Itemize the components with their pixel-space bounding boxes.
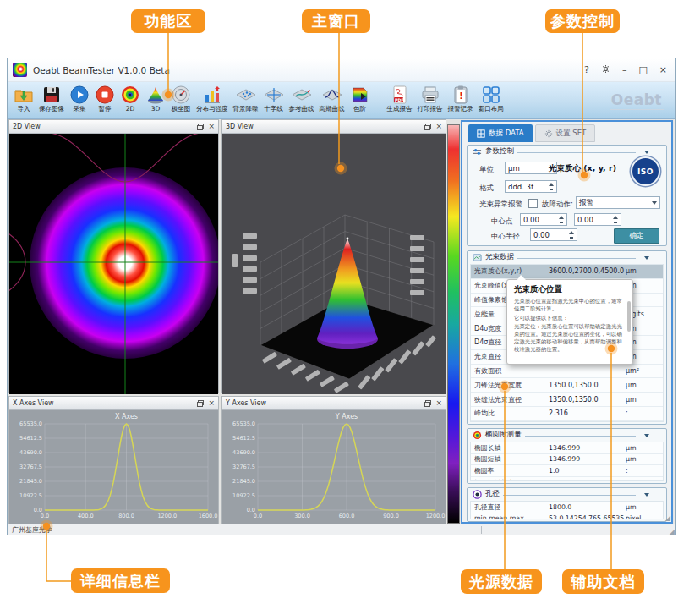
toolbar-button-view-2d[interactable]: 2D xyxy=(118,84,143,113)
toolbar-button-label: 参考曲线 xyxy=(289,105,314,113)
panel-x-axes-header: X Axes View × xyxy=(9,397,218,410)
toolbar-button-pause[interactable]: 暂停 xyxy=(92,84,118,114)
tooltip-pointer xyxy=(517,275,527,281)
data-row[interactable]: 有效面积μm² xyxy=(471,365,663,379)
center-x-spinner[interactable]: 0.00 xyxy=(520,213,567,226)
minimize-button[interactable]: – xyxy=(622,65,627,74)
toolbar-button-ref-curve[interactable]: 参考曲线 xyxy=(287,84,317,114)
toolbar-button-alarm[interactable]: !报警记录 xyxy=(446,84,476,114)
close-panel-icon[interactable]: × xyxy=(208,123,215,130)
confirm-button[interactable]: 确定 xyxy=(614,228,659,244)
svg-text:!: ! xyxy=(459,91,463,102)
svg-text:10922.5: 10922.5 xyxy=(232,492,255,499)
y-profile-chart[interactable]: Y Axes0.010922.521845.032767.543690.0546… xyxy=(222,410,446,525)
collapse-icon[interactable] xyxy=(644,493,649,497)
close-button[interactable]: × xyxy=(659,65,667,74)
beam-2d-view[interactable] xyxy=(9,134,218,394)
tab-data[interactable]: 数据 DATA xyxy=(468,124,533,142)
fault-action-label: 故障动作: xyxy=(542,200,573,210)
data-row[interactable]: 孔径直径1800.0μm xyxy=(471,502,663,513)
toolbar-button-color-scale[interactable]: 色阶 xyxy=(347,84,373,114)
data-row[interactable]: min,mean,max53.0,14254.765,65535.0pixel xyxy=(471,513,663,520)
toolbar-button-pdf[interactable]: PDF生成报告 xyxy=(385,84,415,114)
callout-source-data: 光源数据 xyxy=(461,569,542,594)
close-panel-icon[interactable]: × xyxy=(435,123,442,130)
data-row[interactable]: 峰值功率/能量139738.248μw/cm² xyxy=(471,421,663,422)
toolbar-button-print[interactable]: 打印报告 xyxy=(415,84,446,114)
save-icon xyxy=(41,85,62,105)
svg-text:600.0: 600.0 xyxy=(339,513,355,519)
tab-set[interactable]: 设置 SET xyxy=(535,124,596,142)
data-row[interactable]: 椭圆短轴1346.999μm xyxy=(471,454,663,466)
toolbar-button-label: 3D xyxy=(151,105,161,113)
collapse-icon[interactable] xyxy=(644,151,649,154)
data-row[interactable]: 峰均比2.316: xyxy=(471,407,663,421)
capture-icon xyxy=(69,85,90,105)
resize-grip[interactable]: ◢ xyxy=(665,515,670,522)
toolbar-button-capture[interactable]: 采集 xyxy=(67,84,92,114)
row-unit: μm xyxy=(626,444,659,452)
ellipse-target-icon xyxy=(473,431,482,440)
tooltip-scrollbar[interactable] xyxy=(627,301,631,332)
toolbar-button-denoise[interactable]: 背景降噪 xyxy=(231,84,261,114)
close-panel-icon[interactable]: × xyxy=(208,399,215,407)
row-value: 1350.0,1350.0 xyxy=(549,396,626,404)
window-resize-grip[interactable]: ◢ xyxy=(670,529,675,535)
toolbar-button-view-3d[interactable]: 3D xyxy=(143,84,168,113)
toolbar-button-label: 导入 xyxy=(18,105,30,113)
page: Oeabt BeamTester V1.0.0 Beta ? – □ × 导入保… xyxy=(0,0,700,615)
fault-action-select[interactable]: 报警 xyxy=(576,196,660,209)
center-y-spinner[interactable]: 0.00 xyxy=(574,213,621,226)
panel-y-axes: Y Axes View × Y Axes0.010922.521845.0327… xyxy=(221,396,446,524)
window-title: Oeabt BeamTester V1.0.0 Beta xyxy=(33,65,584,75)
panel-3d-title: 3D View xyxy=(226,123,424,130)
center-radius-spinner[interactable]: 0.00 xyxy=(530,228,577,241)
centroid-headline: 光束质心 (x, y, r) xyxy=(535,163,630,174)
collapse-icon[interactable] xyxy=(644,256,649,260)
float-panel-icon[interactable] xyxy=(424,400,431,407)
section-aperture: 孔径 孔径直径1800.0μmmin,mean,max53.0,14254.76… xyxy=(467,487,667,522)
row-label: 光束质心(x,y,r) xyxy=(474,266,549,276)
aperture-section-title: 孔径 xyxy=(485,489,500,499)
callout-main-window: 主窗口 xyxy=(302,9,370,33)
toolbar-button-crosshair[interactable]: 十字线 xyxy=(261,84,287,114)
beam-alarm-checkbox[interactable] xyxy=(528,199,538,208)
row-value: 53.0,14254.765,65535.0 xyxy=(549,514,626,519)
intensity-colorbar xyxy=(447,124,460,524)
section-ellipse: 椭圆度测量 椭圆长轴1346.999μm椭圆短轴1346.999μm椭圆率1.0… xyxy=(467,428,667,484)
toolbar: 导入保存图像采集暂停2D3D极坐图分布与强度背景降噪十字线参考曲线高斯曲线色阶P… xyxy=(8,82,675,119)
data-row[interactable]: 狭缝法光束直径1350.0,1350.0μm xyxy=(471,393,663,407)
toolbar-button-histogram[interactable]: 分布与强度 xyxy=(194,84,231,114)
float-panel-icon[interactable] xyxy=(197,400,204,407)
svg-text:X Axes: X Axes xyxy=(115,413,138,420)
row-unit: μm xyxy=(626,396,659,404)
data-row[interactable]: 椭圆率1.0: xyxy=(471,465,663,477)
data-row[interactable]: 椭圆倾斜角度90.0° xyxy=(471,477,663,481)
data-row[interactable]: 光束质心(x,y,r)3600.0,2700.0,4500.0μm xyxy=(471,265,663,279)
toolbar-button-folder-import[interactable]: 导入 xyxy=(11,84,36,114)
monitor-icon xyxy=(473,253,482,262)
row-unit: : xyxy=(626,467,659,475)
3d-surface-plot[interactable] xyxy=(222,134,446,393)
toolbar-button-gauss-curve[interactable]: 高斯曲线 xyxy=(317,84,347,114)
row-label: 椭圆长轴 xyxy=(474,443,549,453)
svg-text:32767.5: 32767.5 xyxy=(232,464,255,470)
toolbar-button-polar[interactable]: 极坐图 xyxy=(168,84,194,114)
toolbar-button-layout[interactable]: 窗口布局 xyxy=(476,84,506,114)
panel-x-axes: X Axes View × X Axes0.010922.521845.0327… xyxy=(8,396,219,524)
close-panel-icon[interactable]: × xyxy=(435,399,442,407)
x-profile-chart[interactable]: X Axes0.010922.521845.032767.543690.0546… xyxy=(9,410,218,525)
float-panel-icon[interactable] xyxy=(197,124,204,130)
help-button[interactable]: ? xyxy=(584,65,589,74)
data-row[interactable]: 椭圆长轴1346.999μm xyxy=(471,442,663,454)
gear-icon[interactable] xyxy=(601,64,610,75)
format-spinner[interactable]: ddd. 3f xyxy=(505,180,557,193)
toolbar-button-label: 色阶 xyxy=(353,105,366,113)
data-row[interactable]: 刀锋法光束宽度1350.0,1350.0μm xyxy=(471,378,663,393)
collapse-icon[interactable] xyxy=(644,434,649,437)
toolbar-button-save[interactable]: 保存图像 xyxy=(36,84,67,114)
maximize-button[interactable]: □ xyxy=(638,65,647,74)
float-panel-icon[interactable] xyxy=(424,124,431,130)
folder-import-icon xyxy=(14,85,34,105)
row-label: 椭圆率 xyxy=(474,466,549,475)
